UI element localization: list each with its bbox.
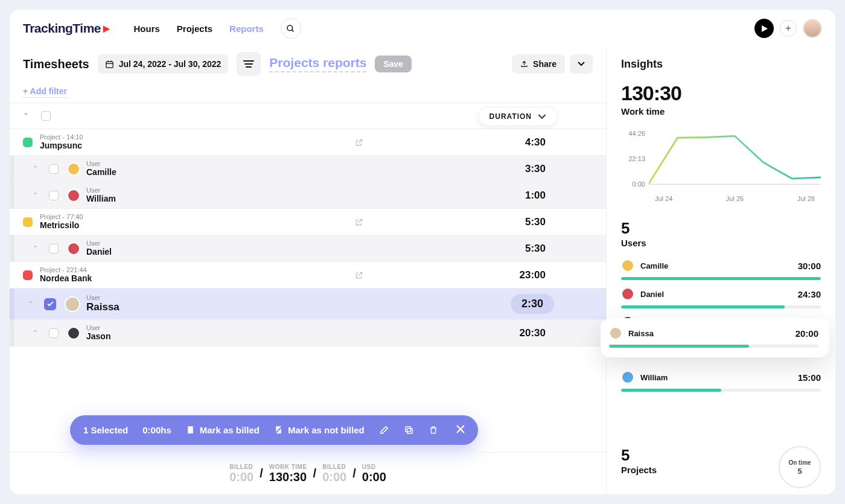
user-avatar-small: [609, 327, 622, 340]
row-meta: User: [86, 324, 110, 331]
user-name: Daniel: [640, 290, 664, 299]
row-name: William: [86, 194, 116, 204]
user-bar: [621, 277, 821, 280]
nav-hours[interactable]: Hours: [134, 24, 160, 34]
svg-rect-11: [407, 429, 412, 434]
open-icon[interactable]: [355, 138, 363, 147]
chevron-icon[interactable]: ⌃: [33, 244, 38, 252]
users-label: Users: [621, 238, 821, 248]
work-time-value: 130:30: [621, 81, 821, 105]
row-duration: 5:30: [525, 216, 546, 228]
user-row[interactable]: ⌃ UserDaniel 5:30: [10, 235, 606, 262]
chevron-icon[interactable]: ⌃: [33, 329, 38, 337]
row-duration: 2:30: [511, 294, 554, 314]
copy-button[interactable]: [404, 425, 414, 435]
add-filter-button[interactable]: + Add filter: [23, 86, 67, 98]
selection-actionbar: 1 Selected 0:00hs Mark as billed Mark as…: [70, 415, 478, 445]
mark-not-billed-button[interactable]: Mark as not billed: [274, 425, 365, 435]
user-row[interactable]: ⌃ UserWilliam 1:00: [10, 182, 606, 209]
project-row[interactable]: Project - 77:40Metricsilo 5:30: [10, 209, 606, 235]
user-row[interactable]: ⌃ UserCamille 3:30: [10, 156, 606, 182]
share-icon: [520, 60, 528, 68]
nav-projects[interactable]: Projects: [177, 24, 212, 34]
mark-billed-button[interactable]: Mark as billed: [186, 425, 260, 435]
row-checkbox[interactable]: [49, 164, 59, 174]
open-icon[interactable]: [355, 218, 363, 226]
user-time: 30:00: [798, 261, 821, 271]
chevron-icon[interactable]: ⌃: [28, 300, 33, 308]
close-actionbar-button[interactable]: [456, 424, 465, 436]
chevron-icon[interactable]: ⌃: [33, 165, 38, 173]
play-button[interactable]: [754, 19, 774, 38]
share-options-button[interactable]: [570, 54, 593, 74]
user-avatar-small: [67, 162, 80, 176]
chevron-down-icon: [538, 114, 546, 120]
work-time-chart: 44:26 22:13 0:00 Ju: [621, 130, 821, 202]
user-insight-row-highlight[interactable]: Raissa 20:00: [601, 318, 829, 357]
user-avatar-small: [67, 327, 80, 340]
user-avatar-small: [67, 242, 80, 255]
svg-rect-3: [106, 62, 113, 68]
row-meta: Project - 77:40: [40, 213, 83, 220]
chart-svg: [649, 130, 821, 185]
user-time: 15:00: [798, 372, 821, 383]
main-panel: Timesheets Jul 24, 2022 - Jul 30, 2022 P…: [10, 47, 606, 494]
copy-icon: [404, 425, 414, 435]
check-icon: [47, 301, 54, 307]
svg-point-0: [287, 25, 293, 30]
add-button[interactable]: +: [780, 20, 797, 37]
users-list: Camille 30:00 Daniel 24:30 Jason 23:00 R…: [621, 255, 821, 392]
row-duration: 23:00: [520, 269, 546, 281]
delete-button[interactable]: [429, 425, 438, 435]
row-meta: User: [86, 160, 116, 167]
user-name: Raissa: [628, 329, 654, 338]
date-range-picker[interactable]: Jul 24, 2022 - Jul 30, 2022: [98, 54, 229, 74]
svg-line-1: [292, 30, 294, 31]
user-insight-row[interactable]: William 15:00: [621, 367, 821, 392]
project-color-dot: [23, 138, 33, 147]
user-row[interactable]: ⌃ UserJason 20:30: [10, 320, 606, 346]
page-title: Timesheets: [23, 57, 89, 71]
collapse-all-button[interactable]: ⌃: [23, 112, 29, 120]
search-icon: [286, 24, 295, 33]
app-window: TrackingTime▶ Hours Projects Reports + T…: [10, 10, 835, 494]
user-name: Camille: [640, 261, 668, 270]
user-row-selected[interactable]: ⌃ UserRaissa 2:30: [10, 289, 606, 320]
row-checkbox[interactable]: [49, 244, 59, 254]
duration-column-button[interactable]: DURATION: [478, 107, 558, 126]
row-meta: User: [86, 187, 116, 194]
row-duration: 3:30: [525, 163, 546, 175]
selected-hours: 0:00hs: [142, 425, 171, 435]
row-name: Jason: [86, 331, 110, 342]
row-meta: Project - 14:10: [40, 133, 83, 141]
row-duration: 1:00: [525, 190, 546, 202]
nav-reports[interactable]: Reports: [229, 24, 264, 34]
open-icon[interactable]: [355, 271, 363, 279]
group-by-button[interactable]: [237, 52, 261, 76]
select-all-checkbox[interactable]: [41, 111, 51, 121]
toolbar: Timesheets Jul 24, 2022 - Jul 30, 2022 P…: [10, 47, 606, 82]
users-count: 5: [621, 219, 821, 238]
project-row[interactable]: Project - 221:44Nordea Bank 23:00: [10, 262, 606, 289]
edit-button[interactable]: [379, 425, 389, 435]
row-checkbox[interactable]: [44, 298, 56, 310]
user-time: 20:00: [796, 328, 818, 339]
row-name: Metricsilo: [40, 220, 83, 231]
user-insight-row[interactable]: Daniel 24:30: [621, 284, 821, 308]
row-name: Jumpsunc: [40, 141, 83, 151]
report-name-input[interactable]: Projects reports: [269, 56, 366, 72]
search-button[interactable]: [281, 18, 301, 39]
row-name: Camille: [86, 167, 116, 177]
share-button[interactable]: Share: [512, 54, 565, 74]
row-meta: Project - 221:44: [40, 266, 92, 273]
row-checkbox[interactable]: [49, 191, 59, 200]
projects-count: 5: [621, 446, 657, 465]
row-checkbox[interactable]: [49, 328, 59, 338]
user-avatar-small: [621, 371, 634, 384]
save-button[interactable]: Save: [375, 56, 412, 72]
user-insight-row[interactable]: Camille 30:00: [621, 255, 821, 280]
user-avatar-small: [67, 189, 80, 202]
user-avatar[interactable]: [803, 19, 822, 38]
project-row[interactable]: Project - 14:10Jumpsunc 4:30: [10, 129, 606, 156]
chevron-icon[interactable]: ⌃: [33, 191, 38, 199]
